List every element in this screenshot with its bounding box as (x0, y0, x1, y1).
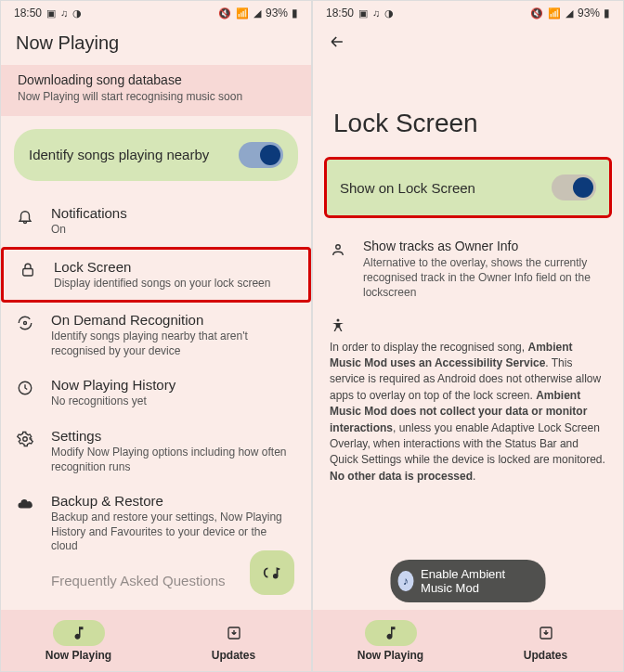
cloud-icon (16, 496, 34, 512)
row-sub: Modify Now Playing options including how… (51, 446, 296, 474)
svg-point-5 (336, 245, 341, 250)
nav-label: Now Playing (46, 649, 111, 662)
identify-label: Identify songs playing nearby (29, 147, 209, 164)
toggle-label: Show on Lock Screen (340, 180, 475, 196)
row-title: Now Playing History (51, 377, 176, 393)
row-sub: Identify songs playing nearby that aren'… (51, 330, 296, 358)
battery-icon: ▮ (292, 6, 298, 19)
gear-icon (16, 431, 34, 447)
person-icon (330, 241, 348, 258)
row-lock-screen[interactable]: Lock Screen Display identified songs on … (1, 247, 311, 304)
screen-lock-screen-settings: 18:50 ▣ ♫ ◑ 🔇 📶 ◢ 93% ▮ Lock Screen Show… (312, 0, 624, 672)
back-button[interactable] (313, 25, 623, 58)
download-banner: Downloading song database Now Playing wi… (1, 65, 311, 116)
battery-icon: ▮ (604, 6, 610, 19)
arrow-left-icon (328, 32, 346, 51)
nav-updates[interactable]: Updates (156, 610, 311, 671)
row-title: On Demand Recognition (51, 312, 296, 328)
enable-ambient-chip[interactable]: ♪ Enable Ambient Music Mod (391, 560, 546, 602)
row-sub: Backup and restore your settings, Now Pl… (51, 510, 296, 554)
identify-toggle-on[interactable] (239, 142, 283, 168)
page-title: Now Playing (1, 25, 311, 65)
fab-recognise[interactable] (250, 550, 294, 595)
status-signal-icons: 🔇 📶 ◢ (530, 7, 574, 19)
row-on-demand[interactable]: On Demand Recognition Identify songs pla… (1, 303, 311, 368)
row-title: Frequently Asked Questions (51, 573, 226, 588)
nav-label: Updates (212, 649, 255, 662)
accessibility-paragraph: In order to display the recognised song,… (313, 340, 623, 485)
row-history[interactable]: Now Playing History No recognitions yet (1, 368, 311, 419)
bottom-nav: Now Playing Updates (313, 610, 623, 671)
status-battery: 93% (266, 6, 288, 19)
nav-now-playing[interactable]: Now Playing (313, 610, 468, 671)
show-on-lockscreen-toggle-row[interactable]: Show on Lock Screen (324, 157, 612, 218)
download-icon (538, 625, 554, 641)
status-notif-icons: ▣ ♫ ◑ (358, 7, 395, 19)
nav-now-playing[interactable]: Now Playing (1, 610, 156, 671)
row-title: Lock Screen (54, 259, 270, 275)
row-title: Settings (51, 428, 296, 444)
page-title: Lock Screen (313, 58, 623, 157)
nav-updates[interactable]: Updates (468, 610, 623, 671)
waveform-music-icon (262, 562, 282, 583)
row-title: Show tracks as Owner Info (363, 239, 606, 253)
svg-point-2 (23, 437, 28, 442)
row-notifications[interactable]: Notifications On (1, 196, 311, 247)
screen-now-playing: 18:50 ▣ ♫ ◑ 🔇 📶 ◢ 93% ▮ Now Playing Down… (0, 0, 312, 672)
svg-point-6 (337, 318, 340, 321)
status-battery: 93% (578, 6, 600, 19)
music-note-icon (71, 625, 87, 641)
lock-icon (19, 262, 37, 278)
status-time: 18:50 (14, 6, 42, 19)
status-signal-icons: 🔇 📶 ◢ (218, 7, 262, 19)
status-notif-icons: ▣ ♫ ◑ (46, 7, 83, 19)
music-note-icon (383, 625, 399, 641)
history-icon (16, 380, 34, 396)
row-sub: On (51, 223, 127, 238)
show-lockscreen-toggle[interactable] (552, 174, 596, 200)
chip-label: Enable Ambient Music Mod (421, 567, 530, 595)
bottom-nav: Now Playing Updates (1, 610, 311, 671)
row-owner-info[interactable]: Show tracks as Owner Info Alternative to… (313, 235, 623, 314)
accessibility-icon (313, 314, 623, 340)
status-bar: 18:50 ▣ ♫ ◑ 🔇 📶 ◢ 93% ▮ (313, 1, 623, 25)
refresh-icon (16, 315, 34, 331)
download-icon (226, 625, 242, 641)
row-title: Backup & Restore (51, 493, 296, 509)
identify-toggle-row[interactable]: Identify songs playing nearby (14, 129, 298, 181)
row-sub: Display identified songs on your lock sc… (54, 277, 270, 291)
music-note-icon: ♪ (398, 571, 414, 591)
status-bar: 18:50 ▣ ♫ ◑ 🔇 📶 ◢ 93% ▮ (1, 1, 311, 25)
status-time: 18:50 (326, 6, 354, 19)
row-settings[interactable]: Settings Modify Now Playing options incl… (1, 419, 311, 484)
row-title: Notifications (51, 205, 127, 221)
banner-title: Downloading song database (18, 72, 294, 87)
row-sub: No recognitions yet (51, 394, 176, 409)
svg-rect-0 (23, 268, 33, 276)
row-sub: Alternative to the overlay, shows the cu… (363, 255, 606, 301)
nav-label: Updates (524, 649, 567, 662)
nav-label: Now Playing (358, 649, 423, 662)
svg-point-1 (24, 322, 27, 325)
banner-subtitle: Now Playing will start recognising music… (18, 90, 294, 103)
bell-icon (16, 208, 34, 225)
